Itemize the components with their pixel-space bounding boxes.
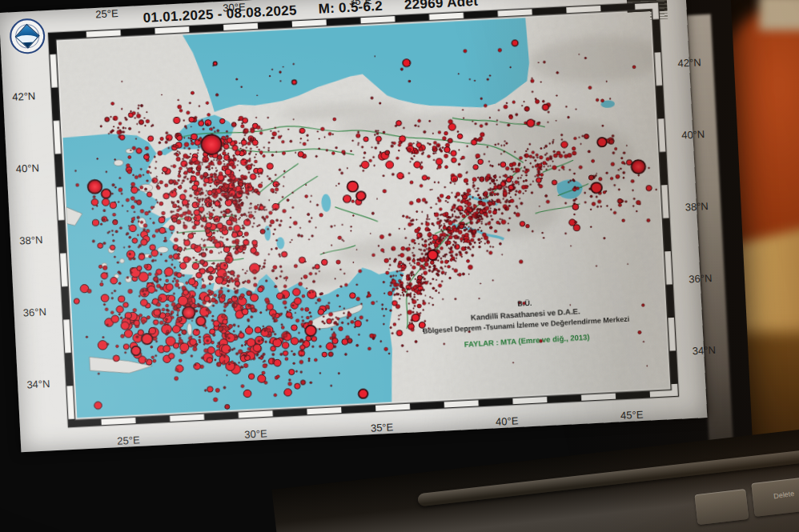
axis-label-left: 42°N — [12, 90, 36, 103]
axis-label-right: 38°N — [685, 200, 709, 213]
earthquake-map: 25°E30°E35°E40°E45°E25°E30°E35°E40°E45°E… — [46, 0, 681, 429]
keyboard-key — [694, 489, 749, 525]
axis-label-bottom: 25°E — [117, 434, 140, 446]
axis-label-right: 34°N — [692, 343, 716, 356]
axis-label-left: 34°N — [26, 377, 50, 390]
axis-label-left: 36°N — [22, 306, 46, 318]
laptop-screen: 01.01.2025 - 08.08.2025 M: 0.5-6.2 22969… — [0, 0, 707, 452]
axis-label-left: 38°N — [19, 234, 43, 246]
keyboard-key-delete: Delete — [751, 476, 799, 517]
axis-label-left: 40°N — [15, 162, 39, 174]
background-paper — [759, 0, 799, 30]
axis-label-bottom: 35°E — [371, 421, 394, 434]
photo-scene: 01.01.2025 - 08.08.2025 M: 0.5-6.2 22969… — [0, 0, 799, 532]
keyboard-key-label: Delete — [753, 486, 799, 503]
axis-label-right: 42°N — [677, 56, 701, 69]
axis-label-bottom: 30°E — [244, 427, 267, 440]
axis-label-top: 25°E — [95, 7, 118, 20]
axis-label-right: 40°N — [681, 128, 705, 141]
axis-label-right: 36°N — [689, 272, 713, 285]
map-canvas — [46, 0, 681, 429]
axis-label-bottom: 40°E — [496, 414, 519, 427]
axis-label-top: 35°E — [349, 0, 372, 7]
axis-label-top: 30°E — [223, 1, 246, 14]
axis-label-bottom: 45°E — [620, 408, 644, 421]
map-relief-texture — [58, 11, 669, 418]
